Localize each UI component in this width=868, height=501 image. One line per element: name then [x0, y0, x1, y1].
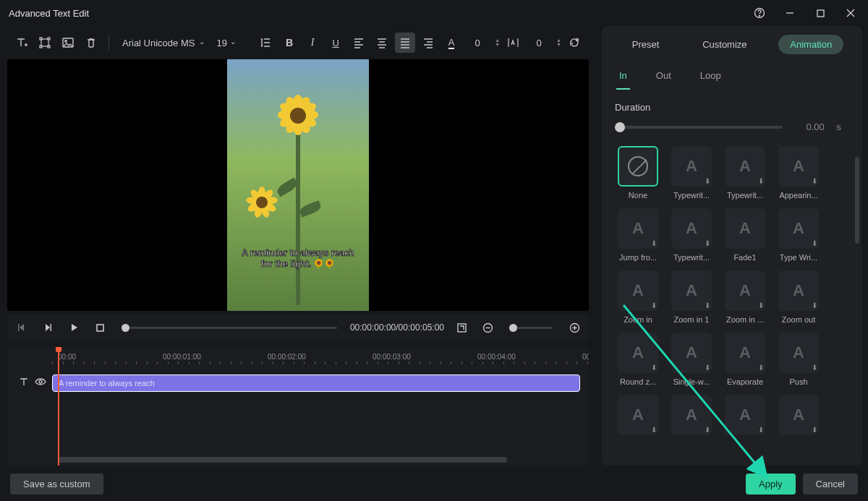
animation-item[interactable]: AFade1	[722, 208, 768, 262]
subtab-out[interactable]: Out	[653, 64, 674, 90]
animation-item[interactable]: A⬇	[668, 395, 715, 440]
play-button[interactable]	[65, 319, 82, 336]
animation-label: Zoom in	[615, 315, 661, 324]
svg-point-12	[65, 40, 67, 42]
svg-rect-3	[817, 10, 824, 17]
timeline-scrollbar[interactable]	[58, 457, 580, 463]
time-display: 00:00:00:00/00:00:05:00	[350, 322, 444, 333]
animation-item[interactable]: A⬇Round z...	[615, 333, 661, 386]
animation-label: Jump fro...	[615, 253, 661, 262]
italic-icon[interactable]: I	[302, 33, 323, 53]
letter-spacing-input[interactable]	[464, 38, 490, 48]
animation-item[interactable]: A⬇Zoom in ...	[722, 270, 768, 324]
zoom-in-icon[interactable]	[566, 319, 583, 336]
help-icon[interactable]	[751, 4, 768, 22]
align-left-icon[interactable]	[349, 33, 369, 53]
animation-item[interactable]: None	[615, 146, 661, 200]
animation-label: Type Wri...	[775, 253, 822, 262]
svg-rect-14	[18, 324, 20, 331]
animation-item[interactable]: A⬇	[722, 395, 768, 440]
align-justify-icon[interactable]	[395, 33, 415, 53]
tab-preset[interactable]: Preset	[621, 35, 671, 54]
animation-label: Appearin...	[775, 191, 822, 200]
animation-label: Push	[775, 377, 822, 386]
animation-label: Zoom in ...	[722, 315, 768, 324]
footer: Save as custom Apply Cancel	[0, 466, 868, 501]
close-icon[interactable]	[842, 4, 859, 22]
font-family-select[interactable]: Arial Unicode MS	[116, 35, 208, 51]
bold-icon[interactable]: B	[279, 33, 299, 53]
underline-icon[interactable]: U	[326, 33, 346, 53]
svg-point-1	[759, 15, 760, 16]
animation-item[interactable]: A⬇Jump fro...	[615, 208, 661, 262]
animation-item[interactable]: A⬇Evaporate	[722, 333, 768, 386]
timeline[interactable]: 00:00 00:00:01:00 00:00:02:00 00:00:03:0…	[7, 347, 589, 466]
svg-rect-16	[97, 325, 103, 331]
video-preview[interactable]: A reminder to always reach for the light…	[7, 59, 589, 311]
add-text-icon[interactable]	[12, 33, 32, 53]
image-icon[interactable]	[58, 33, 78, 53]
playhead[interactable]	[58, 347, 59, 466]
stop-button[interactable]	[91, 319, 109, 336]
zoom-out-icon[interactable]	[479, 319, 496, 336]
font-size-select[interactable]: 19	[210, 35, 238, 51]
animation-item[interactable]: A⬇Typewrit...	[722, 146, 768, 200]
svg-point-20	[39, 380, 42, 383]
animation-label: Zoom in 1	[668, 315, 715, 324]
visibility-icon[interactable]	[35, 377, 46, 390]
animation-label: Typewrit...	[668, 191, 715, 200]
animation-label: Evaporate	[722, 377, 768, 386]
delete-icon[interactable]	[81, 33, 101, 53]
apply-button[interactable]: Apply	[746, 474, 796, 494]
animation-label: Zoom out	[775, 315, 822, 324]
letter-spacing-spinner[interactable]: ▲▼	[495, 38, 500, 47]
duration-value: 0.00	[806, 121, 824, 132]
minimize-icon[interactable]	[781, 4, 799, 22]
reset-format-icon[interactable]	[564, 33, 584, 53]
align-center-icon[interactable]	[372, 33, 392, 53]
line-height-spinner[interactable]: ▲▼	[556, 38, 561, 47]
panel-scrollbar[interactable]	[855, 157, 859, 461]
animation-item[interactable]: A⬇Typewrit...	[668, 208, 715, 262]
duration-unit: s	[836, 121, 841, 132]
animation-item[interactable]: A⬇Single-w...	[668, 333, 715, 386]
text-toolbar: Arial Unicode MS 19 B I U A ▲▼ ▲▼	[7, 26, 589, 59]
animation-item[interactable]: A⬇	[615, 395, 661, 440]
animation-item[interactable]: A⬇Zoom in 1	[668, 270, 715, 324]
zoom-slider[interactable]	[509, 327, 553, 329]
properties-panel: Preset Customize Animation In Out Loop D…	[602, 26, 862, 466]
playback-slider[interactable]	[122, 327, 337, 329]
svg-rect-15	[51, 324, 52, 331]
animation-label: Round z...	[615, 377, 661, 386]
line-spacing-icon[interactable]	[256, 33, 276, 53]
caption-overlay: A reminder to always reach for the light…	[227, 248, 369, 270]
crop-icon[interactable]	[453, 319, 470, 336]
maximize-icon[interactable]	[812, 4, 829, 22]
animation-item[interactable]: A⬇Zoom in	[615, 270, 661, 324]
duration-slider[interactable]	[615, 126, 783, 129]
animation-item[interactable]: A⬇	[775, 395, 822, 440]
tab-animation[interactable]: Animation	[778, 35, 843, 54]
tab-customize[interactable]: Customize	[691, 35, 758, 54]
animation-item[interactable]: A⬇Typewrit...	[668, 146, 715, 200]
transform-icon[interactable]	[35, 33, 55, 53]
animation-label: Fade1	[722, 253, 768, 262]
prev-frame-button[interactable]	[13, 319, 30, 336]
char-spacing-icon[interactable]	[503, 33, 523, 53]
cancel-button[interactable]: Cancel	[803, 474, 858, 494]
text-clip[interactable]: A reminder to always reach	[52, 374, 580, 392]
align-right-icon[interactable]	[418, 33, 438, 53]
animation-item[interactable]: A⬇Push	[775, 333, 822, 386]
save-as-custom-button[interactable]: Save as custom	[10, 474, 103, 494]
subtab-in[interactable]: In	[616, 64, 630, 90]
subtab-loop[interactable]: Loop	[697, 64, 724, 90]
animation-item[interactable]: A⬇Zoom out	[775, 270, 822, 324]
animation-item[interactable]: A⬇Type Wri...	[775, 208, 822, 262]
animation-item[interactable]: A⬇Appearin...	[775, 146, 822, 200]
next-frame-button[interactable]	[39, 319, 56, 336]
animation-label: Single-w...	[668, 377, 715, 386]
duration-label: Duration	[615, 102, 849, 113]
line-height-input[interactable]	[526, 38, 552, 48]
text-track-icon[interactable]	[19, 377, 29, 390]
text-color-icon[interactable]: A	[441, 33, 461, 53]
